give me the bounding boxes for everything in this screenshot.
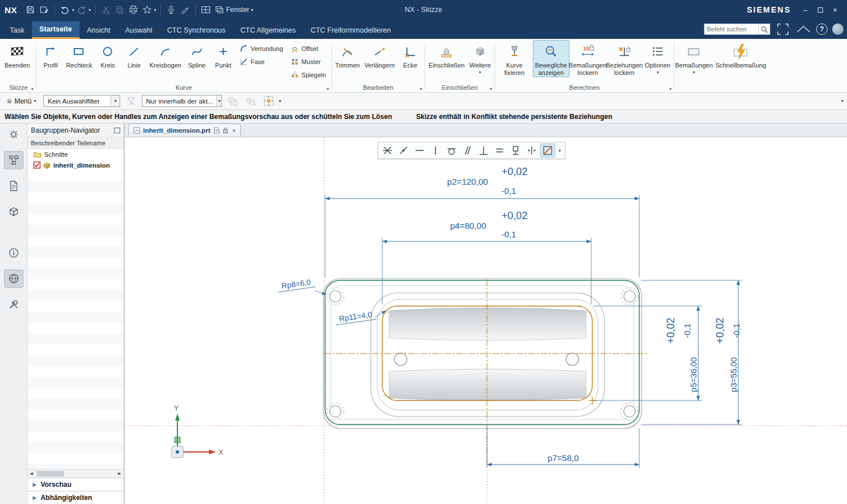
rechteck-button[interactable]: Rechteck: [64, 40, 94, 70]
trimmen-button[interactable]: Trimmen: [333, 40, 362, 70]
scroll-left-icon[interactable]: ◀: [27, 470, 35, 478]
selection-scope-dropdown[interactable]: Nur innerhalb der akt... ▾: [142, 95, 222, 107]
voice-command-button[interactable]: [165, 3, 177, 16]
menu-button[interactable]: ≡ Menü ▾: [3, 96, 39, 107]
kreis-button[interactable]: Kreis: [94, 40, 121, 70]
tree-row-schnitte[interactable]: Schnitte: [27, 149, 124, 160]
favorites-button[interactable]: [141, 3, 153, 16]
group-bearbeiten-dropdown[interactable]: ▾: [420, 86, 422, 92]
constraint-navigator-tab[interactable]: [4, 177, 23, 195]
resource-settings-button[interactable]: [4, 125, 23, 144]
viewport[interactable]: ▾: [125, 137, 847, 504]
group-berechnen-dropdown[interactable]: ▾: [669, 86, 671, 92]
pen-command-button[interactable]: [179, 3, 191, 16]
kreisbogen-button[interactable]: Kreisbogen: [147, 40, 184, 70]
section-abhaengigkeiten[interactable]: ▶ Abhängigkeiten: [27, 491, 124, 504]
scrollbar-track[interactable]: [35, 470, 116, 478]
tab-ctc-allgemeines[interactable]: CTC Allgemeines: [233, 21, 303, 39]
einschliessen-button[interactable]: Einschließen: [426, 40, 467, 70]
verrundung-button[interactable]: Verrundung: [236, 42, 287, 55]
group-einschliessen-dropdown[interactable]: ▾: [490, 86, 492, 92]
document-tab[interactable]: inherit_dimension.prt ×: [128, 124, 241, 137]
search-button[interactable]: [758, 24, 770, 34]
undo-dropdown[interactable]: ▾: [72, 7, 74, 13]
roof-button[interactable]: [795, 21, 812, 37]
dim-rp8-group: Rp8=6,0: [277, 277, 316, 292]
help-button[interactable]: ?: [816, 23, 828, 35]
snap-point-dropdown-icon[interactable]: ▾: [279, 98, 281, 104]
navigator-hscrollbar[interactable]: ◀ ▶: [27, 469, 124, 478]
section-vorschau[interactable]: ▶ Vorschau: [27, 478, 124, 491]
bemassungen-lockern-button[interactable]: 10Bemaßungen lockern: [569, 40, 606, 77]
snap-point-options-button[interactable]: [262, 95, 275, 108]
minimize-button[interactable]: –: [798, 3, 813, 17]
favorites-dropdown[interactable]: ▾: [154, 7, 156, 13]
tab-task[interactable]: Task: [2, 21, 32, 39]
close-button[interactable]: ×: [828, 3, 842, 17]
frame-select-button[interactable]: [226, 95, 240, 108]
fase-button[interactable]: Fase: [236, 55, 287, 68]
part-navigator-tab[interactable]: [4, 203, 23, 221]
find-in-model-button[interactable]: [244, 95, 258, 108]
web-browser-tab[interactable]: [4, 269, 23, 288]
group-kurve-dropdown[interactable]: ▾: [327, 86, 329, 92]
user-avatar[interactable]: [832, 23, 844, 35]
bewegliche-anzeigen-button[interactable]: Bewegliche anzeigen: [533, 40, 569, 77]
loosen-dimensions-icon: 10: [580, 44, 595, 59]
verlaengern-button[interactable]: Verlängern: [362, 40, 397, 70]
undock-icon[interactable]: [114, 128, 120, 133]
vorschau-expander-icon[interactable]: ▶: [33, 482, 37, 487]
window-layout-button[interactable]: [200, 3, 212, 16]
muster-button[interactable]: Muster: [287, 55, 330, 68]
ribbon-group-bemassung: Bemaßungen▾ Schnellbemaßung: [675, 40, 769, 92]
scrollbar-thumb[interactable]: [37, 471, 64, 477]
tab-ctc-freiformmodellieren[interactable]: CTC Freiformmodellieren: [303, 21, 398, 39]
info-tab[interactable]: [4, 244, 23, 262]
bemassungen-button[interactable]: Bemaßungen▾: [675, 40, 712, 76]
selection-filter-dropdown[interactable]: Kein Auswahlfilter ▾: [43, 95, 120, 107]
maximize-button[interactable]: [813, 3, 828, 17]
tools-tab[interactable]: [4, 295, 23, 313]
group-skizze-dropdown[interactable]: ▾: [31, 86, 33, 92]
copy-button[interactable]: [113, 3, 126, 16]
tab-startseite[interactable]: Startseite: [32, 21, 80, 39]
undo-button[interactable]: [59, 3, 72, 16]
assembly-navigator-tab[interactable]: [4, 151, 23, 169]
search-input[interactable]: [704, 24, 758, 34]
weitere-button[interactable]: Weitere▾: [467, 40, 493, 76]
coordinate-triad[interactable]: Y X: [172, 404, 223, 458]
tree-row-part[interactable]: inherit_dimension: [27, 160, 124, 170]
abhaengigkeiten-expander-icon[interactable]: ▶: [33, 495, 37, 501]
kurve-fixieren-button[interactable]: Kurve fixieren: [496, 40, 533, 77]
beenden-button[interactable]: Beenden: [2, 40, 32, 70]
origin-point: [176, 450, 179, 454]
spline-button[interactable]: Spline: [184, 40, 210, 70]
spiegeln-button[interactable]: Spiegeln: [287, 68, 330, 81]
redo-button[interactable]: [76, 3, 88, 16]
profil-button[interactable]: Profil: [37, 40, 64, 70]
dim-rp8: Rp8=6,0: [281, 278, 311, 291]
tab-ansicht[interactable]: Ansicht: [80, 21, 118, 39]
fenster-menu[interactable]: Fenster ▾: [215, 6, 254, 14]
group-label-einschliessen: Einschließen: [442, 84, 478, 91]
tab-ctc-synchronous[interactable]: CTC Synchronous: [160, 21, 233, 39]
cut-button[interactable]: [100, 3, 112, 16]
linie-button[interactable]: Linie: [121, 40, 147, 70]
toolbar-overflow-dropdown[interactable]: ▾: [841, 98, 844, 104]
ecke-button[interactable]: Ecke: [397, 40, 424, 70]
tab-auswahl[interactable]: Auswahl: [118, 21, 160, 39]
filter-edit-button[interactable]: [124, 95, 138, 108]
fit-view-button[interactable]: [775, 21, 791, 37]
save-button[interactable]: [24, 3, 37, 16]
document-tab-close-icon[interactable]: ×: [232, 127, 236, 134]
print-button[interactable]: [127, 3, 140, 16]
funnel-icon: [126, 96, 136, 106]
optionen-button[interactable]: Optionen▾: [643, 40, 673, 76]
save-as-button[interactable]: [38, 3, 50, 16]
beziehungen-lockern-button[interactable]: Beziehungen lockern: [606, 40, 643, 77]
scroll-right-icon[interactable]: ▶: [116, 470, 124, 478]
schnellbemassung-button[interactable]: Schnellbemaßung: [712, 40, 769, 70]
redo-dropdown[interactable]: ▾: [89, 7, 91, 13]
punkt-button[interactable]: Punkt: [210, 40, 236, 70]
offset-button[interactable]: Offset: [287, 42, 330, 55]
